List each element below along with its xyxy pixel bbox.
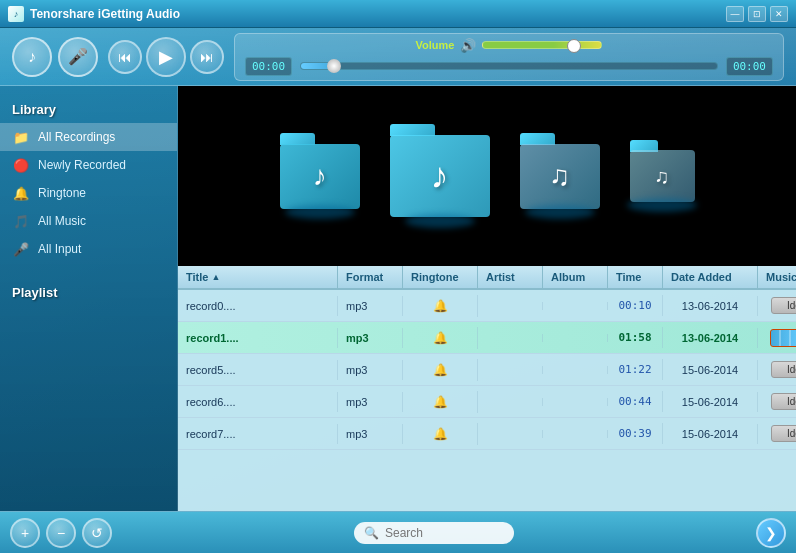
row0-album [543,302,608,310]
title-bar-left: ♪ Tenorshare iGetting Audio [8,6,180,22]
row3-artist [478,398,543,406]
next-track-button[interactable]: ⏭ [190,40,224,74]
row1-time: 01:58 [608,327,663,348]
bell-icon: 🔔 [433,395,448,409]
album-folder-3: ♫ [520,141,600,211]
add-button[interactable]: + [10,518,40,548]
close-button[interactable]: ✕ [770,6,788,22]
sidebar-item-all-recordings[interactable]: 📁 All Recordings [0,123,177,151]
album-folder-2: ♪ [390,132,490,220]
volume-icon: 🔊 [460,38,476,53]
minimize-button[interactable]: — [726,6,744,22]
prev-button[interactable]: ⏮ [108,40,142,74]
table-row[interactable]: record5.... mp3 🔔 01:22 15-06-2014 Ident… [178,354,796,386]
title-bar-controls: — ⊡ ✕ [726,6,788,22]
all-input-icon: 🎤 [12,240,30,258]
row0-time: 00:10 [608,295,663,316]
app-title: Tenorshare iGetting Audio [30,7,180,21]
loading-bar [770,329,796,347]
row1-ringtone: 🔔 [403,327,478,349]
search-input[interactable] [385,526,505,540]
play-button[interactable]: ▶ [146,37,186,77]
th-title: Title ▲ [178,266,338,288]
row3-ringtone: 🔔 [403,391,478,413]
row2-format: mp3 [338,360,403,380]
album-card-4: ♫ [630,148,695,204]
sort-icon: ▲ [211,272,220,282]
sidebar-item-label: All Recordings [38,130,115,144]
search-box: 🔍 [354,522,514,544]
main-content: ♪ ♪ [178,86,796,511]
progress-section: Volume 🔊 00:00 00:00 [234,33,784,81]
identify-button[interactable]: Identify [771,393,797,410]
row4-ringtone: 🔔 [403,423,478,445]
row4-album [543,430,608,438]
time-end: 00:00 [726,57,773,76]
table-row[interactable]: record1.... mp3 🔔 01:58 13-06-2014 [178,322,796,354]
row0-title: record0.... [178,296,338,316]
row3-time: 00:44 [608,391,663,412]
table-row[interactable]: record0.... mp3 🔔 00:10 13-06-2014 Ident… [178,290,796,322]
bell-icon: 🔔 [433,427,448,441]
th-format: Format [338,266,403,288]
row4-time: 00:39 [608,423,663,444]
seek-track[interactable] [300,62,718,70]
identify-button[interactable]: Identify [771,425,797,442]
seek-row: 00:00 00:00 [245,57,773,76]
row3-format: mp3 [338,392,403,412]
sidebar-item-label: Newly Recorded [38,158,126,172]
row2-album [543,366,608,374]
toolbar-left: ♪ 🎤 [12,37,98,77]
table-area: Title ▲ Format Ringtone Artist Album [178,266,796,511]
playlist-title: Playlist [0,279,177,306]
title-bar: ♪ Tenorshare iGetting Audio — ⊡ ✕ [0,0,796,28]
bell-icon: 🔔 [433,363,448,377]
album-card-2: ♪ [390,132,490,220]
folder-shadow-4 [627,198,697,212]
sidebar-item-all-input[interactable]: 🎤 All Input [0,235,177,263]
row2-date: 15-06-2014 [663,360,758,380]
folder-shadow-2 [405,214,475,228]
seek-thumb[interactable] [327,59,341,73]
next-button[interactable]: ❯ [756,518,786,548]
main-container: ♪ 🎤 ⏮ ▶ ⏭ Volume 🔊 00:00 00:00 [0,28,796,553]
music-note-icon-1: ♪ [313,160,327,192]
volume-label: Volume [416,39,455,51]
ringtone-icon: 🔔 [12,184,30,202]
music-note-icon-3: ♫ [549,160,570,192]
row4-format: mp3 [338,424,403,444]
row3-album [543,398,608,406]
row0-ringtone: 🔔 [403,295,478,317]
volume-track[interactable] [482,41,602,49]
row1-date: 13-06-2014 [663,328,758,348]
settings-button[interactable]: ↺ [82,518,112,548]
mic-button[interactable]: 🎤 [58,37,98,77]
row0-action: Identify [758,293,796,318]
sidebar: Library 📁 All Recordings 🔴 Newly Recorde… [0,86,178,511]
music-note-icon-2: ♪ [431,155,449,197]
row1-action [758,325,796,351]
row3-action: Identify [758,389,796,414]
bottom-bar: + − ↺ 🔍 ❯ [0,511,796,553]
restore-button[interactable]: ⊡ [748,6,766,22]
sidebar-item-all-music[interactable]: 🎵 All Music [0,207,177,235]
row2-action: Identify [758,357,796,382]
sidebar-item-ringtone[interactable]: 🔔 Ringtone [0,179,177,207]
identify-button[interactable]: Identify [771,361,797,378]
library-title: Library [0,96,177,123]
sidebar-item-newly-recorded[interactable]: 🔴 Newly Recorded [0,151,177,179]
table-row[interactable]: record7.... mp3 🔔 00:39 15-06-2014 Ident… [178,418,796,450]
bell-icon: 🔔 [433,299,448,313]
row2-title: record5.... [178,360,338,380]
row4-action: Identify [758,421,796,446]
music-button[interactable]: ♪ [12,37,52,77]
remove-button[interactable]: − [46,518,76,548]
th-musicid: MusicID [758,266,796,288]
identify-button[interactable]: Identify [771,297,797,314]
bottom-left-buttons: + − ↺ [10,518,112,548]
volume-thumb[interactable] [567,39,581,53]
all-music-icon: 🎵 [12,212,30,230]
folder-shadow [285,205,355,219]
newly-recorded-icon: 🔴 [12,156,30,174]
table-row[interactable]: record6.... mp3 🔔 00:44 15-06-2014 Ident… [178,386,796,418]
